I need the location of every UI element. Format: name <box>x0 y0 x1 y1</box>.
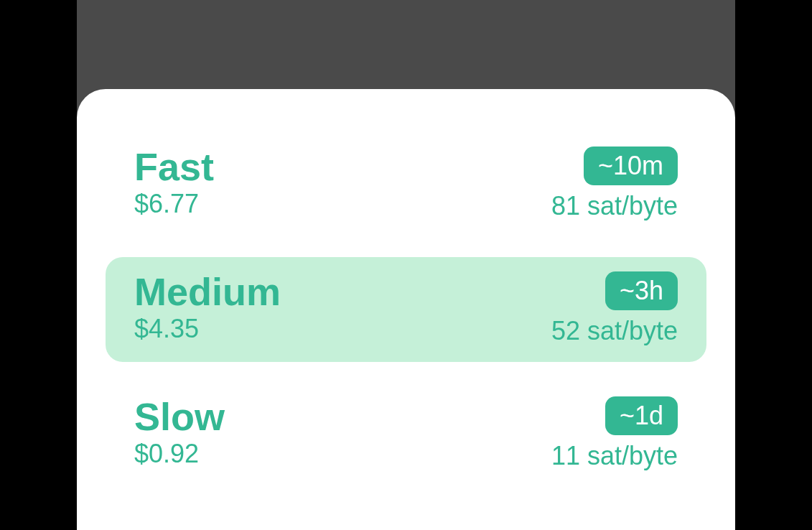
fee-option-right: ~10m 81 sat/byte <box>551 147 678 221</box>
fee-time-badge: ~10m <box>584 147 678 185</box>
fee-speed-label: Slow <box>134 396 225 437</box>
fee-speed-label: Medium <box>134 271 281 312</box>
fee-option-right: ~1d 11 sat/byte <box>551 396 678 471</box>
fee-option-fast[interactable]: Fast $6.77 ~10m 81 sat/byte <box>106 132 706 237</box>
modal-backdrop: Fast $6.77 ~10m 81 sat/byte Medium $4.35… <box>77 0 735 530</box>
fee-option-left: Medium $4.35 <box>134 271 281 344</box>
fee-cost: $6.77 <box>134 189 199 219</box>
fee-speed-label: Fast <box>134 147 214 187</box>
fee-time-badge: ~3h <box>605 271 678 310</box>
fee-option-left: Slow $0.92 <box>134 396 225 469</box>
fee-rate: 52 sat/byte <box>551 316 678 346</box>
fee-cost: $4.35 <box>134 314 199 344</box>
fee-option-medium[interactable]: Medium $4.35 ~3h 52 sat/byte <box>106 257 706 362</box>
fee-time-badge: ~1d <box>605 396 678 435</box>
fee-cost: $0.92 <box>134 439 199 469</box>
fee-option-slow[interactable]: Slow $0.92 ~1d 11 sat/byte <box>106 382 706 487</box>
fee-option-right: ~3h 52 sat/byte <box>551 271 678 346</box>
fee-rate: 81 sat/byte <box>551 191 678 221</box>
fee-selection-sheet: Fast $6.77 ~10m 81 sat/byte Medium $4.35… <box>77 89 735 530</box>
fee-option-left: Fast $6.77 <box>134 147 214 219</box>
fee-rate: 11 sat/byte <box>551 441 678 471</box>
